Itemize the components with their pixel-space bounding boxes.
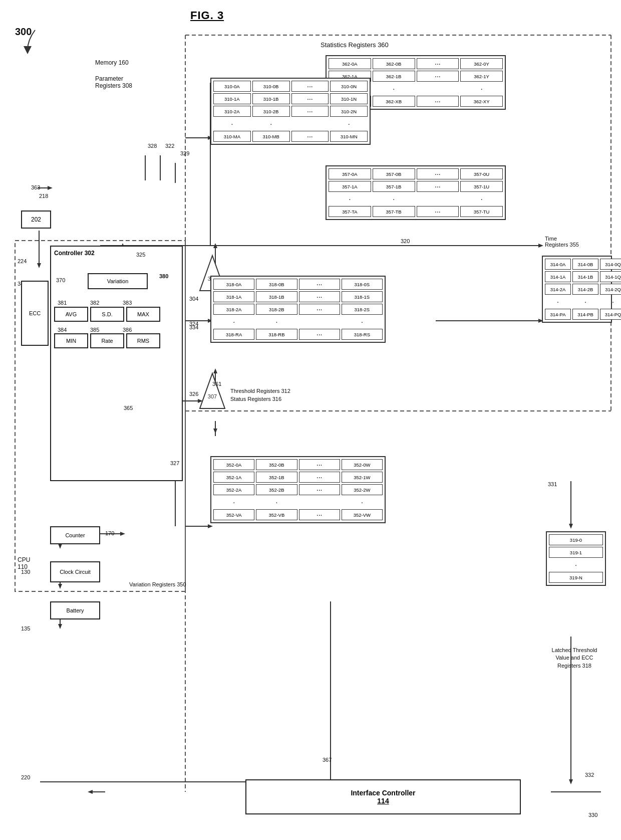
reg-dot: ··· (299, 509, 340, 520)
svg-marker-12 (208, 524, 213, 528)
reg-cell: 319-0 (549, 534, 603, 545)
label-327: 327 (170, 460, 179, 466)
reg-dot: ··· (291, 106, 329, 117)
reg-cell: 362-1B (373, 71, 415, 82)
reg-cell: 318-RB (256, 329, 297, 340)
diagram-number-label: 300 (15, 26, 32, 38)
reg-cell: 318-0B (256, 279, 297, 290)
label-381: 381 (58, 300, 67, 306)
reg-dot: · (460, 83, 503, 94)
svg-marker-55 (569, 524, 573, 529)
reg-dot: · (256, 497, 297, 508)
reg-cell: 352-1W (342, 472, 383, 483)
reg-dot: · (256, 316, 297, 327)
reg-cell: 319-N (549, 572, 603, 583)
label-365: 365 (124, 405, 133, 411)
rms-box: RMS (126, 333, 160, 348)
reg-dot: · (460, 193, 503, 204)
time-registers: 314-0A 314-0B 314-0Q 314-1A 314-1B 314-1… (542, 256, 612, 323)
reg-cell: 318-0S (342, 279, 383, 290)
reg-cell: 352-VA (213, 509, 254, 520)
stats-registers-bottom: 357-0A 357-0B ··· 357-0U 357-1A 357-1B ·… (326, 165, 506, 220)
reg-cell: 318-1B (256, 291, 297, 302)
reg-dot: · (373, 193, 415, 204)
reg-cell: 318-RA (213, 329, 254, 340)
reg-dot: ··· (417, 168, 459, 179)
reg-dot: ··· (299, 472, 340, 483)
label-383: 383 (123, 300, 132, 306)
reg-cell: 310-MN (330, 131, 368, 142)
label-304: 304 (189, 296, 198, 302)
interface-controller-content: Interface Controller 114 (351, 789, 415, 805)
label-367: 367 (323, 757, 332, 763)
svg-marker-21 (569, 779, 573, 784)
reg-cell: 357-1U (460, 181, 503, 192)
variation-registers-label: Variation Registers 350 (129, 581, 186, 587)
reg-cell: 314-1Q (600, 271, 621, 282)
triangle-307: 307 (197, 371, 227, 412)
reg-cell: 318-2A (213, 304, 254, 315)
reg-dot: ··· (299, 304, 340, 315)
label-380: 380 (159, 273, 168, 279)
interface-controller-box: Interface Controller 114 (245, 779, 521, 814)
avg-box: AVG (54, 307, 88, 322)
reg-cell: 362-XY (460, 96, 503, 107)
label-220: 220 (21, 774, 30, 780)
label-329: 329 (180, 150, 189, 156)
label-370: 370 (56, 277, 65, 283)
reg-cell: 310-1B (252, 93, 290, 104)
latched-threshold-label: Latched ThresholdValue and ECCRegisters … (537, 647, 612, 670)
reg-cell: 310-0N (330, 81, 368, 92)
reg-cell: 310-0B (252, 81, 290, 92)
label-135: 135 (21, 625, 30, 632)
label-325: 325 (136, 252, 145, 258)
reg-dot: · (213, 118, 251, 129)
min-box: MIN (54, 333, 88, 348)
reg-cell: 310-MA (213, 131, 251, 142)
status-registers-label: Status Registers 316 (230, 396, 281, 402)
reg-dot: · (373, 83, 415, 94)
reg-cell: 318-1S (342, 291, 383, 302)
reg-cell: 310-MB (252, 131, 290, 142)
reg-cell: 310-1A (213, 93, 251, 104)
time-registers-label: TimeRegisters 355 (545, 236, 579, 248)
label-218: 218 (39, 193, 48, 199)
reg-cell: 357-0U (460, 168, 503, 179)
label-328: 328 (148, 143, 157, 149)
svg-marker-35 (120, 532, 125, 536)
variation-box: Variation (88, 273, 148, 289)
reg-cell: 318-2B (256, 304, 297, 315)
reg-dot (417, 83, 459, 94)
reg-cell: 352-2W (342, 484, 383, 495)
reg-dot: ··· (299, 329, 340, 340)
threshold-registers: 318-0A 318-0B ··· 318-0S 318-1A 318-1B ·… (210, 276, 386, 343)
reg-dot: · (600, 296, 621, 307)
label-361: 361 (212, 381, 221, 387)
ecc-box: ECC (21, 281, 49, 346)
svg-marker-26 (88, 790, 93, 794)
reg-cell: 352-0B (256, 459, 297, 470)
svg-marker-44 (213, 243, 217, 248)
reg-dot: ··· (417, 206, 459, 217)
reg-cell: 310-2N (330, 106, 368, 117)
reg-dot (417, 193, 459, 204)
reg-cell: 362-0Y (460, 58, 503, 69)
reg-cell: 352-0A (213, 459, 254, 470)
label-320: 320 (401, 238, 410, 244)
reg-cell: 362-1Y (460, 71, 503, 82)
label-330: 330 (588, 812, 597, 818)
svg-marker-31 (58, 584, 62, 589)
reg-cell: 319-1 (549, 547, 603, 558)
reg-cell: 352-0W (342, 459, 383, 470)
cpu-label: CPU110 (18, 556, 30, 570)
label-224: 224 (18, 258, 27, 264)
reg-cell: 314-PQ (600, 309, 621, 320)
label-331: 331 (548, 481, 557, 487)
stats-registers-label: Statistics Registers 360 (321, 41, 389, 49)
diagram-container: FIG. 3 300 Statistics Registers 360 362-… (0, 0, 621, 840)
reg-dot: · (572, 296, 598, 307)
reg-cell: 357-1A (329, 181, 371, 192)
reg-cell: 318-1A (213, 291, 254, 302)
reg-cell: 314-2A (545, 284, 571, 295)
reg-dot: ··· (291, 81, 329, 92)
